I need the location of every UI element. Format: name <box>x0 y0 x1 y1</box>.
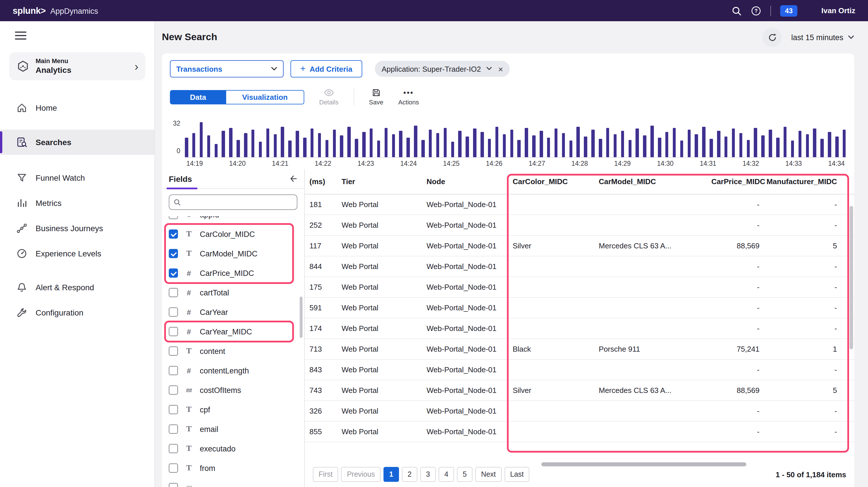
add-criteria-button[interactable]: + Add Criteria <box>290 60 362 77</box>
field-checkbox[interactable] <box>169 405 178 414</box>
table-horizontal-scrollbar[interactable] <box>541 462 746 466</box>
entity-type-dropdown[interactable]: Transactions <box>170 60 284 77</box>
actions-button[interactable]: ••• Actions <box>398 89 419 105</box>
filter-chip[interactable]: Application: Super-Trader-IO2 × <box>375 61 510 77</box>
column-header-ms[interactable]: (ms) <box>309 177 342 186</box>
sidebar-item-experience-levels[interactable]: Experience Levels <box>0 241 154 266</box>
histogram-bar <box>200 122 203 157</box>
help-icon[interactable]: ? <box>751 5 762 16</box>
page-button-first[interactable]: First <box>313 467 338 482</box>
page-button-2[interactable]: 2 <box>402 467 417 482</box>
field-checkbox[interactable] <box>169 463 178 473</box>
table-row[interactable]: 117Web PortalWeb-Portal_Node-01SilverMer… <box>305 236 854 256</box>
save-button[interactable]: Save <box>369 89 383 105</box>
table-cell: 175 <box>309 283 342 291</box>
splunk-logo[interactable]: splunk> <box>12 5 45 16</box>
histogram-plot[interactable] <box>185 122 846 158</box>
column-header-node[interactable]: Node <box>427 177 513 186</box>
chevron-down-icon[interactable] <box>486 67 492 71</box>
field-item-executado[interactable]: Texecutado <box>162 439 304 458</box>
column-header-tier[interactable]: Tier <box>342 177 427 186</box>
fields-tab[interactable]: Fields <box>169 174 192 183</box>
field-item-from[interactable]: Tfrom <box>162 458 304 478</box>
table-vertical-scrollbar[interactable] <box>849 206 853 349</box>
remove-filter-icon[interactable]: × <box>498 65 503 73</box>
page-button-last[interactable]: Last <box>504 467 529 482</box>
time-range-selector[interactable]: last 15 minutes <box>791 33 854 41</box>
field-item-item[interactable]: ## <box>162 478 304 487</box>
field-item-carttotal[interactable]: #cartTotal <box>162 283 304 302</box>
field-checkbox[interactable] <box>169 347 178 356</box>
tab-visualization[interactable]: Visualization <box>226 90 304 104</box>
sidebar-item-business-journeys[interactable]: Business Journeys <box>0 216 154 241</box>
field-item-carprice-midc[interactable]: #CarPrice_MIDC <box>162 263 304 283</box>
sidebar-item-configuration[interactable]: Configuration <box>0 300 154 326</box>
fields-search-input[interactable] <box>169 194 298 210</box>
field-checkbox[interactable] <box>169 249 178 258</box>
table-row[interactable]: 174Web PortalWeb-Portal_Node-01-- <box>305 318 854 339</box>
field-item-email[interactable]: Temail <box>162 419 304 439</box>
user-menu[interactable]: Ivan Ortiz <box>822 6 856 15</box>
field-checkbox[interactable] <box>169 483 178 487</box>
sidebar-item-funnel-watch[interactable]: Funnel Watch <box>0 165 154 191</box>
field-checkbox[interactable] <box>169 229 178 239</box>
table-row[interactable]: 252Web PortalWeb-Portal_Node-01-- <box>305 215 854 236</box>
collapse-panel-icon[interactable] <box>289 174 298 183</box>
field-item-carmodel-midc[interactable]: TCarModel_MIDC <box>162 244 304 263</box>
page-button-3[interactable]: 3 <box>420 467 436 482</box>
sidebar-item-home[interactable]: Home <box>0 96 154 121</box>
table-row[interactable]: 175Web PortalWeb-Portal_Node-01-- <box>305 277 854 298</box>
refresh-button[interactable] <box>763 28 782 47</box>
x-axis-label: 14:19 <box>185 160 205 167</box>
field-checkbox[interactable] <box>169 424 178 434</box>
table-row[interactable]: 844Web PortalWeb-Portal_Node-01-- <box>305 256 854 277</box>
field-item-content[interactable]: Tcontent <box>162 341 304 361</box>
field-checkbox[interactable] <box>169 288 178 297</box>
page-button-4[interactable]: 4 <box>439 467 454 482</box>
page-button-next[interactable]: Next <box>475 467 501 482</box>
page-button-5[interactable]: 5 <box>457 467 472 482</box>
field-checkbox[interactable] <box>169 444 178 453</box>
table-row[interactable]: 855Web PortalWeb-Portal_Node-01-- <box>305 422 854 442</box>
field-checkbox[interactable] <box>169 216 178 219</box>
histogram-bar <box>274 134 277 157</box>
sidebar-item-metrics[interactable]: Metrics <box>0 191 154 216</box>
tab-data[interactable]: Data <box>170 90 226 104</box>
sidebar-item-label: Metrics <box>36 199 61 208</box>
table-row[interactable]: 713Web PortalWeb-Portal_Node-01BlackPors… <box>305 339 854 360</box>
histogram-bar <box>429 130 432 157</box>
table-row[interactable]: 743Web PortalWeb-Portal_Node-01SilverMer… <box>305 380 854 401</box>
hamburger-menu-icon[interactable] <box>15 32 26 40</box>
table-row[interactable]: 326Web PortalWeb-Portal_Node-01-- <box>305 401 854 422</box>
page-button-previous[interactable]: Previous <box>341 467 381 482</box>
sidebar-item-searches[interactable]: Searches <box>0 130 154 155</box>
field-item-carcolor-midc[interactable]: TCarColor_MIDC <box>162 224 304 244</box>
table-row[interactable]: 591Web PortalWeb-Portal_Node-01-- <box>305 298 854 318</box>
field-item-contentlength[interactable]: #contentLength <box>162 361 304 380</box>
details-button[interactable]: Details <box>319 89 338 105</box>
table-row[interactable]: 181Web PortalWeb-Portal_Node-01-- <box>305 194 854 215</box>
column-header-carprice-midc[interactable]: CarPrice_MIDC <box>702 177 765 186</box>
histogram-bar <box>377 141 380 157</box>
main-menu-card[interactable]: Main Menu Analytics › <box>9 52 145 80</box>
field-item-appid[interactable]: TappId <box>162 216 304 224</box>
search-icon[interactable] <box>732 5 742 16</box>
sidebar-item-alert-respond[interactable]: Alert & Respond <box>0 275 154 300</box>
field-item-caryear-midc[interactable]: #CarYear_MIDC <box>162 322 304 341</box>
table-row[interactable]: 843Web PortalWeb-Portal_Node-01-- <box>305 360 854 380</box>
field-item-costofitems[interactable]: ##costOfItems <box>162 380 304 400</box>
field-checkbox[interactable] <box>169 366 178 375</box>
field-item-cpf[interactable]: Tcpf <box>162 400 304 419</box>
field-checkbox[interactable] <box>169 307 178 317</box>
field-item-caryear[interactable]: #CarYear <box>162 302 304 322</box>
notification-badge[interactable]: 43 <box>780 5 797 17</box>
page-button-1[interactable]: 1 <box>383 467 399 482</box>
table-cell: - <box>765 283 854 291</box>
field-checkbox[interactable] <box>169 386 178 395</box>
column-header-carmodel-midc[interactable]: CarModel_MIDC <box>599 177 702 186</box>
fields-scrollbar[interactable] <box>300 297 303 338</box>
field-checkbox[interactable] <box>169 268 178 278</box>
column-header-carcolor-midc[interactable]: CarColor_MIDC <box>513 177 599 186</box>
field-checkbox[interactable] <box>169 327 178 336</box>
column-header-manufacturer-midc[interactable]: Manufacturer_MIDC <box>765 177 854 186</box>
